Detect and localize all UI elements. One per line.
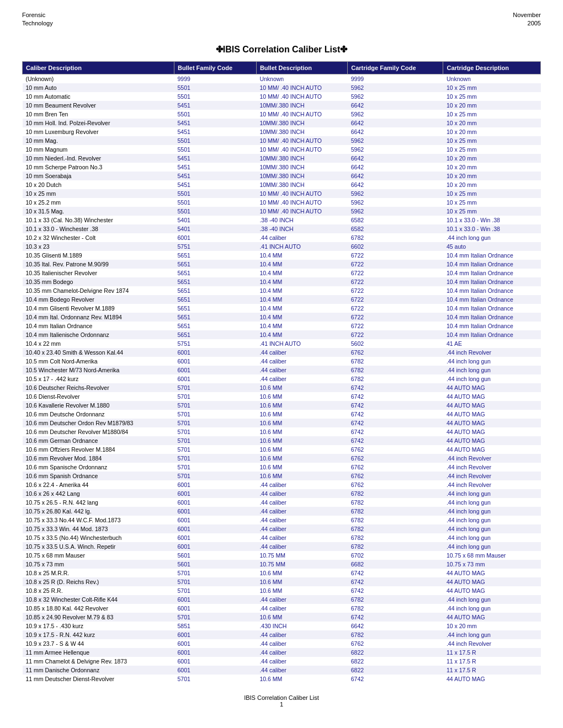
table-cell: .44 caliber (256, 657, 347, 666)
table-cell: 5751 (174, 242, 257, 251)
table-cell: .44 caliber (256, 595, 347, 604)
table-cell: 5501 (174, 83, 257, 92)
table-cell: 5651 (174, 269, 257, 277)
table-cell: 10 mm Luxemburg Revolver (23, 127, 174, 136)
table-cell: 6762 (348, 463, 443, 472)
table-cell: .44 inch long gun (443, 366, 541, 374)
col-header-cartridge-desc: Cartridge Description (443, 62, 541, 74)
table-cell: 10 x 25 mm (443, 189, 541, 198)
table-cell: 44 AUTO MAG (443, 419, 541, 427)
table-cell: 10.8 x 25 R (D. Reichs Rev.) (23, 577, 174, 586)
table-cell: 10.6 MM (256, 472, 347, 480)
table-cell: 10.4 MM (256, 304, 347, 313)
table-cell: 10.3 x 23 (23, 242, 174, 251)
table-cell: 44 AUTO MAG (443, 445, 541, 454)
table-cell: 5451 (174, 119, 257, 127)
header-right: November 2005 (513, 11, 541, 28)
table-cell: 10.6 x 26 x 442 Lang (23, 489, 174, 498)
table-cell: 10.35 Italienischer Revolver (23, 269, 174, 277)
table-cell: 44 AUTO MAG (443, 436, 541, 445)
table-cell: 5701 (174, 613, 257, 622)
table-cell: 10.9 x 17.5 - .430 kurz (23, 622, 174, 630)
table-cell: 5701 (174, 401, 257, 410)
table-cell: 6742 (348, 427, 443, 436)
table-cell: 10MM/.380 INCH (256, 163, 347, 172)
table-cell: 5651 (174, 330, 257, 339)
table-cell: 44 AUTO MAG (443, 427, 541, 436)
table-cell: .44 inch long gun (443, 524, 541, 533)
table-cell: 10.6 MM (256, 675, 347, 683)
table-row: 10.5 x 17 - .442 kurz6001.44 caliber6782… (23, 374, 541, 383)
table-cell: 6642 (348, 180, 443, 189)
table-row: 11 mm Armee Hellenque6001.44 caliber6822… (23, 648, 541, 657)
table-cell: 5651 (174, 322, 257, 330)
table-cell: 6001 (174, 666, 257, 675)
table-cell: 6742 (348, 569, 443, 577)
table-cell: .41 INCH AUTO (256, 242, 347, 251)
table-row: 10 mm Magnum550110 MM/ .40 INCH AUTO5962… (23, 145, 541, 154)
table-cell: 10.1 x 33.0 - Win .38 (443, 216, 541, 224)
table-cell: 5701 (174, 410, 257, 419)
table-cell: .44 inch Revolver (443, 480, 541, 489)
table-cell: 6722 (348, 322, 443, 330)
table-cell: 44 AUTO MAG (443, 383, 541, 392)
table-cell: 6001 (174, 348, 257, 357)
table-cell: 44 AUTO MAG (443, 410, 541, 419)
table-cell: 10.6 MM (256, 401, 347, 410)
table-cell: .44 inch Revolver (443, 454, 541, 463)
table-cell: 5401 (174, 224, 257, 233)
table-cell: Unknown (443, 74, 541, 84)
table-cell: 10 mm Soerabaja (23, 172, 174, 180)
table-cell: 5401 (174, 216, 257, 224)
table-row: 10.75 x 33.3 Win. 44 Mod. 18736001.44 ca… (23, 524, 541, 533)
table-cell: 6001 (174, 595, 257, 604)
table-row: 10.4 mm Bodego Revolver565110.4 MM672210… (23, 295, 541, 304)
table-cell: 41 AE (443, 339, 541, 348)
table-cell: 5451 (174, 101, 257, 110)
table-cell: 5751 (174, 339, 257, 348)
table-cell: .44 inch Revolver (443, 348, 541, 357)
table-cell: 10 mm Automatic (23, 92, 174, 101)
table-cell: 6001 (174, 480, 257, 489)
table-cell: 10.75 x 33.3 Win. 44 Mod. 1873 (23, 524, 174, 533)
table-cell: Unknown (256, 74, 347, 84)
table-cell: 6822 (348, 657, 443, 666)
table-cell: 6582 (348, 224, 443, 233)
table-cell: .430 INCH (256, 622, 347, 630)
table-cell: 10.4 MM (256, 260, 347, 269)
table-cell: 10 MM/ .40 INCH AUTO (256, 110, 347, 119)
table-row: 10.75 x 33.3 No.44 W.C.F. Mod.18736001.4… (23, 516, 541, 524)
table-cell: .44 inch long gun (443, 489, 541, 498)
table-cell: 5651 (174, 260, 257, 269)
table-cell: 10.8 x 25 M.R.R. (23, 569, 174, 577)
table-cell: .44 caliber (256, 507, 347, 516)
table-cell: 6762 (348, 454, 443, 463)
table-cell: 6722 (348, 295, 443, 304)
table-cell: 10.6 MM (256, 463, 347, 472)
table-cell: 10.4 mm Italian Ordnance (23, 322, 174, 330)
table-cell: 5501 (174, 207, 257, 216)
table-cell: 6742 (348, 392, 443, 401)
col-header-bullet-family: Bullet Family Code (174, 62, 257, 74)
table-cell: 6001 (174, 639, 257, 648)
table-cell: 6742 (348, 383, 443, 392)
table-cell: 6602 (348, 242, 443, 251)
table-cell: 10 x 20 mm (443, 154, 541, 163)
table-cell: 9999 (174, 74, 257, 84)
table-cell: 11 x 17.5 R (443, 666, 541, 675)
table-cell: .41 INCH AUTO (256, 339, 347, 348)
table-cell: 10.6 MM (256, 586, 347, 595)
table-cell: 10.75 x 33.5 (No.44) Winchesterbuch (23, 533, 174, 542)
table-cell: 10.4 MM (256, 277, 347, 286)
table-cell: 6742 (348, 613, 443, 622)
table-cell: 6001 (174, 630, 257, 639)
table-cell: 6001 (174, 542, 257, 551)
table-cell: 6642 (348, 622, 443, 630)
table-row: 10.40 x 23.40 Smith & Wesson Kal.446001.… (23, 348, 541, 357)
table-cell: .44 inch Revolver (443, 639, 541, 648)
header-left-line1: Forensic (22, 11, 53, 19)
table-cell: 6001 (174, 604, 257, 613)
table-cell: 10.6 MM (256, 454, 347, 463)
table-row: 10.75 x 26.80 Kal. 442 lg.6001.44 calibe… (23, 507, 541, 516)
table-cell: 10.6 MM (256, 383, 347, 392)
